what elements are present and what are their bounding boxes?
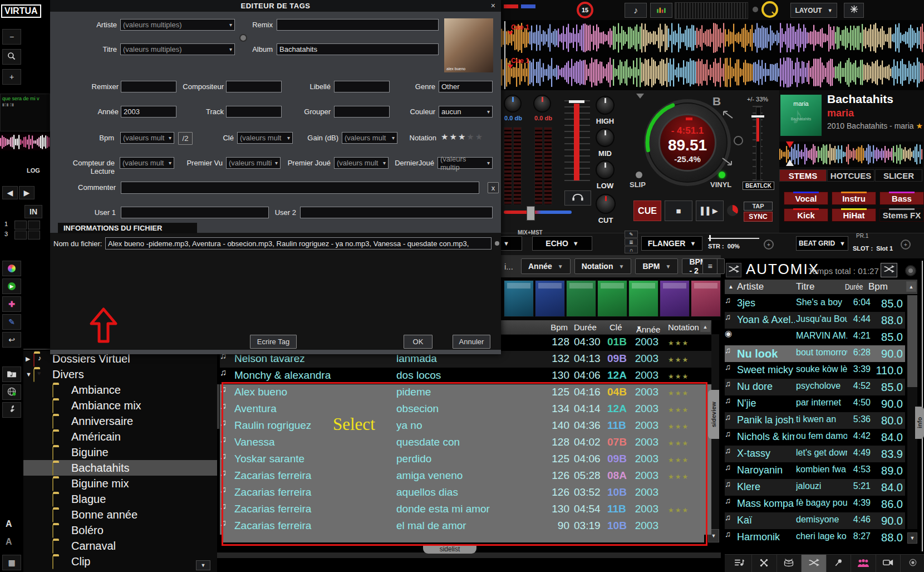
mini-slot[interactable] [14, 221, 27, 229]
track-input[interactable] [226, 106, 282, 118]
filter-button[interactable]: Notation▼ [574, 258, 632, 274]
grouper-input[interactable] [334, 106, 390, 118]
album-cover-tile[interactable] [504, 280, 534, 317]
col-notation[interactable]: Notation [668, 322, 699, 332]
globe-icon[interactable] [2, 384, 21, 400]
col-cle[interactable]: Clé [610, 322, 622, 332]
sidebar-folder-item[interactable]: Boléro [23, 522, 217, 538]
automix-row[interactable]: ♫ Sweet micky souke kòw lè... 3:39 110.0 [725, 362, 905, 379]
automix-footer-button[interactable] [876, 555, 901, 572]
sync-button[interactable]: SYNC [744, 212, 773, 222]
fx-flanger-select[interactable]: FLANGER▼ [641, 236, 702, 251]
gain-select[interactable]: (valeurs mult▾ [342, 132, 397, 144]
sidebar-folder-item[interactable]: Ambiance mix [23, 398, 217, 413]
user2-input[interactable] [300, 207, 493, 218]
link-dot-icon[interactable] [239, 34, 247, 42]
titre-select[interactable]: (valeurs multiples)▾ [120, 43, 235, 55]
automix-row[interactable]: ♫ Mass kompa fè bagay pou... 4:39 86.0 [725, 496, 905, 512]
automix-row[interactable]: ♫ Harmonik cheri lage ko... 8:27 88.0 [725, 529, 905, 546]
track-overview-waveform[interactable] [779, 141, 923, 167]
automix-row[interactable]: ♫ Kaï demisyone 4:46 90.0 [725, 512, 905, 529]
automix-footer-button[interactable] [901, 555, 924, 572]
remixer-input[interactable] [121, 81, 176, 92]
couleur-select[interactable]: aucun▾ [439, 106, 493, 118]
automix-shuffle-icon[interactable] [726, 263, 741, 277]
sidebar-folder-item[interactable]: Bonne année [23, 507, 217, 522]
stem-pad[interactable]: HiHat [832, 208, 876, 222]
sidebar-folder-item[interactable]: Carnaval [23, 538, 217, 554]
headphone-cue-button[interactable] [564, 190, 591, 206]
am-col-artiste[interactable]: Artiste [737, 281, 764, 292]
automix-row[interactable]: ♫ 3jes She's a boy 6:04 85.0 [725, 295, 905, 312]
cover-flow-strip[interactable] [501, 277, 721, 320]
am-scroll-up-button[interactable]: ▲ [906, 281, 916, 292]
expander-icon[interactable]: ▶ [26, 355, 33, 363]
mini-slot[interactable] [14, 231, 27, 239]
slip-led[interactable] [636, 172, 642, 178]
palette-icon[interactable] [2, 261, 21, 276]
stem-pad[interactable]: Instru [832, 192, 876, 205]
eq-high-knob[interactable] [596, 96, 615, 115]
filename-more-dot[interactable] [495, 241, 499, 246]
fx-strength-handle[interactable] [709, 235, 711, 241]
automix-shuffle-button[interactable] [881, 263, 897, 277]
album-cover-tile[interactable] [597, 280, 627, 317]
folder-music-icon[interactable] [2, 366, 21, 382]
add-pink-icon[interactable]: ✚ [2, 296, 21, 312]
next-button[interactable]: ▶ [19, 186, 35, 199]
sidebar-folder-item[interactable]: Biguine mix [23, 476, 217, 491]
compositeur-input[interactable] [226, 81, 282, 92]
bpm-select[interactable]: (valeurs mult▾ [120, 132, 174, 144]
automix-record-dot[interactable] [905, 265, 916, 276]
album-cover-tile[interactable] [566, 280, 596, 317]
close-icon[interactable]: × [491, 1, 495, 10]
info-tab[interactable]: info [915, 407, 924, 439]
bpm-half-button[interactable]: /2 [178, 132, 193, 145]
sidebar-folder-item[interactable]: Ambiance [23, 382, 217, 398]
grid-view-icon[interactable]: ▦ [2, 555, 21, 570]
gain-knob-a[interactable] [504, 95, 522, 113]
automix-footer-button[interactable] [826, 555, 851, 572]
slot-add-button[interactable]: + [901, 239, 911, 250]
eq-low-knob[interactable] [596, 160, 615, 179]
levels-button[interactable] [650, 3, 672, 18]
notation-stars[interactable]: ★★★★★ [441, 132, 484, 142]
eq-mid-knob[interactable] [596, 128, 615, 147]
sidebar-scroll-down-button[interactable]: ▼ [196, 560, 210, 570]
jog-wheel[interactable]: - 4:51.1 89.51 -25.4% [644, 99, 731, 186]
filter-button[interactable]: BPM▼ [635, 258, 678, 274]
am-col-bpm[interactable]: Bpm [868, 281, 888, 292]
dernier-joue-select[interactable]: (valeurs multip▾ [438, 157, 493, 169]
filter-cut-knob[interactable] [596, 194, 616, 214]
sidebar-folder-item[interactable]: Biguine [23, 444, 217, 460]
tap-button[interactable]: TAP [744, 202, 773, 211]
am-col-duree[interactable]: Durée [845, 282, 863, 291]
master-volume-knob[interactable] [761, 1, 778, 18]
libelle-input[interactable] [334, 81, 390, 92]
sidebar-folder-item[interactable]: Bachatahits [23, 460, 217, 476]
compteur-select[interactable]: (valeurs mult▾ [120, 157, 174, 169]
commenter-clear-button[interactable]: x [488, 182, 499, 193]
headphone-mini-button[interactable]: ∩ [625, 246, 638, 253]
play-badge-icon[interactable]: ▶ [2, 278, 21, 294]
pitch-bend-plus-icon[interactable] [721, 157, 734, 167]
cle-select[interactable]: (valeurs mult▾ [237, 132, 293, 144]
automix-footer-button[interactable] [776, 555, 802, 572]
scroll-up-button[interactable]: ▲ [700, 321, 710, 332]
stem-pad[interactable]: Vocal [784, 192, 828, 205]
automix-footer-button[interactable] [802, 555, 827, 572]
user1-input[interactable] [121, 207, 269, 218]
genre-input[interactable]: Other [439, 81, 493, 92]
filter-button[interactable]: Année▼ [521, 258, 571, 274]
undo-icon[interactable]: ↩ [2, 332, 21, 348]
sidebar-folder-item[interactable]: Américain [23, 429, 217, 444]
favorite-star-icon[interactable]: ★ [916, 121, 923, 130]
col-duree[interactable]: Durée [574, 322, 597, 332]
letter-a-dim-button[interactable]: A [6, 537, 12, 547]
stem-pad[interactable]: Kick [784, 208, 828, 222]
stem-pad[interactable]: Stems FX [879, 208, 924, 222]
stop-button[interactable]: ■ [665, 201, 692, 221]
sideview-tab[interactable]: sideview [708, 390, 719, 439]
automix-row[interactable]: ◉ MARVIN AM... 4:21 85.0 [725, 329, 905, 345]
annee-input[interactable]: 2003 [121, 106, 176, 118]
